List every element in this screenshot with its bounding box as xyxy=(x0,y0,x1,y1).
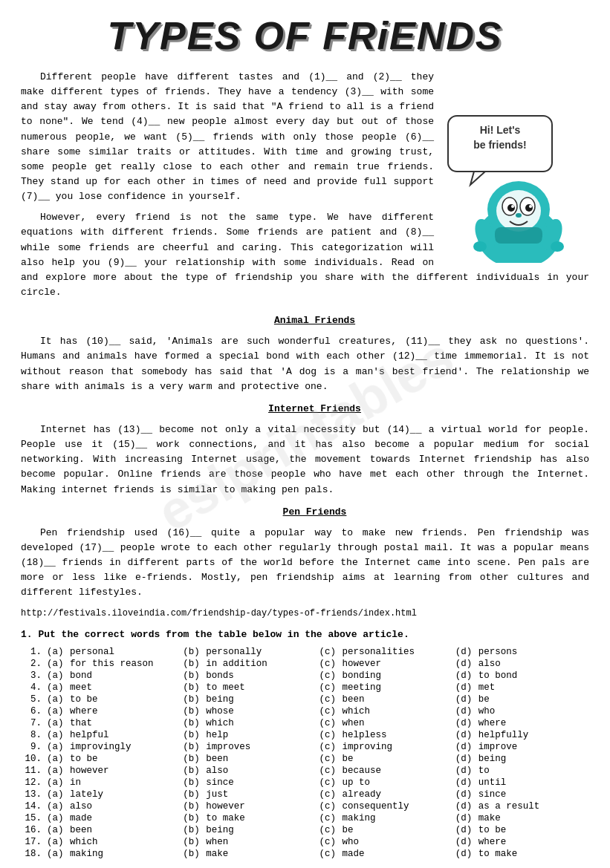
svg-text:be friends!: be friends! xyxy=(473,139,527,151)
c-letter: (c) xyxy=(317,800,340,812)
table-row: 11. (a) however (b) also (c) because (d)… xyxy=(21,765,589,777)
b-answer: in addition xyxy=(204,658,317,670)
c-letter: (c) xyxy=(317,682,340,694)
c-letter: (c) xyxy=(317,753,340,765)
b-answer: which xyxy=(204,717,317,729)
c-answer: be xyxy=(340,824,453,836)
article-sections: Animal Friends It has (10)__ said, 'Anim… xyxy=(21,313,589,600)
c-answer: meeting xyxy=(340,682,453,694)
c-letter: (c) xyxy=(317,824,340,836)
c-answer: improving xyxy=(340,741,453,753)
c-letter: (c) xyxy=(317,789,340,800)
exercise-title: 1. Put the correct words from the table … xyxy=(21,629,589,640)
d-letter: (d) xyxy=(453,848,476,860)
d-answer: make xyxy=(476,812,589,824)
b-answer: whose xyxy=(204,705,317,717)
row-number: 17. xyxy=(21,836,45,848)
table-row: 4. (a) meet (b) to meet (c) meeting (d) … xyxy=(21,682,589,694)
svg-point-13 xyxy=(516,213,522,218)
b-letter: (b) xyxy=(181,789,204,800)
c-answer: up to xyxy=(340,777,453,789)
a-letter: (a) xyxy=(45,670,68,682)
c-answer: making xyxy=(340,812,453,824)
a-answer: meet xyxy=(68,682,181,694)
c-letter: (c) xyxy=(317,848,340,860)
table-row: 12. (a) in (b) since (c) up to (d) until xyxy=(21,777,589,789)
b-letter: (b) xyxy=(181,682,204,694)
table-row: 3. (a) bond (b) bonds (c) bonding (d) to… xyxy=(21,670,589,682)
c-letter: (c) xyxy=(317,646,340,658)
c-answer: because xyxy=(340,765,453,777)
b-answer: bonds xyxy=(204,670,317,682)
b-answer: being xyxy=(204,694,317,705)
c-answer: helpless xyxy=(340,729,453,741)
d-answer: to make xyxy=(476,848,589,860)
row-number: 7. xyxy=(21,717,45,729)
row-number: 16. xyxy=(21,824,45,836)
d-answer: since xyxy=(476,789,589,800)
d-answer: improve xyxy=(476,741,589,753)
b-answer: to make xyxy=(204,812,317,824)
a-answer: that xyxy=(68,717,181,729)
b-answer: since xyxy=(204,777,317,789)
c-answer: be xyxy=(340,753,453,765)
d-answer: to bond xyxy=(476,670,589,682)
paragraph-4: Internet has (13)__ become not only a vi… xyxy=(21,422,589,497)
table-row: 7. (a) that (b) which (c) when (d) where xyxy=(21,717,589,729)
a-letter: (a) xyxy=(45,848,68,860)
b-letter: (b) xyxy=(181,705,204,717)
table-row: 13. (a) lately (b) just (c) already (d) … xyxy=(21,789,589,800)
a-letter: (a) xyxy=(45,646,68,658)
c-letter: (c) xyxy=(317,717,340,729)
a-answer: improvingly xyxy=(68,741,181,753)
row-number: 3. xyxy=(21,670,45,682)
b-letter: (b) xyxy=(181,717,204,729)
a-answer: to be xyxy=(68,694,181,705)
d-letter: (d) xyxy=(453,682,476,694)
d-letter: (d) xyxy=(453,777,476,789)
a-answer: helpful xyxy=(68,729,181,741)
d-answer: as a result xyxy=(476,800,589,812)
c-answer: who xyxy=(340,836,453,848)
a-letter: (a) xyxy=(45,682,68,694)
b-answer: to meet xyxy=(204,682,317,694)
answer-table: 1. (a) personal (b) personally (c) perso… xyxy=(21,646,589,860)
row-number: 18. xyxy=(21,848,45,860)
d-answer: also xyxy=(476,658,589,670)
b-letter: (b) xyxy=(181,753,204,765)
b-letter: (b) xyxy=(181,646,204,658)
row-number: 1. xyxy=(21,646,45,658)
c-answer: when xyxy=(340,717,453,729)
row-number: 12. xyxy=(21,777,45,789)
b-answer: being xyxy=(204,824,317,836)
section3-heading: Pen Friends xyxy=(21,505,589,520)
d-letter: (d) xyxy=(453,694,476,705)
svg-point-11 xyxy=(511,205,514,208)
a-answer: lately xyxy=(68,789,181,800)
c-letter: (c) xyxy=(317,670,340,682)
table-row: 6. (a) where (b) whose (c) which (d) who xyxy=(21,705,589,717)
a-letter: (a) xyxy=(45,765,68,777)
b-letter: (b) xyxy=(181,741,204,753)
row-number: 4. xyxy=(21,682,45,694)
section1-heading: Animal Friends xyxy=(21,313,589,328)
row-number: 10. xyxy=(21,753,45,765)
svg-point-17 xyxy=(473,241,487,252)
a-answer: however xyxy=(68,765,181,777)
row-number: 9. xyxy=(21,741,45,753)
d-letter: (d) xyxy=(453,670,476,682)
table-row: 14. (a) also (b) however (c) consequentl… xyxy=(21,800,589,812)
svg-point-9 xyxy=(507,204,515,212)
c-answer: bonding xyxy=(340,670,453,682)
section2-heading: Internet Friends xyxy=(21,402,589,417)
d-letter: (d) xyxy=(453,789,476,800)
b-answer: also xyxy=(204,765,317,777)
b-answer: help xyxy=(204,729,317,741)
d-letter: (d) xyxy=(453,646,476,658)
b-letter: (b) xyxy=(181,824,204,836)
c-letter: (c) xyxy=(317,765,340,777)
c-letter: (c) xyxy=(317,729,340,741)
b-answer: when xyxy=(204,836,317,848)
a-answer: where xyxy=(68,705,181,717)
svg-rect-14 xyxy=(495,227,542,244)
